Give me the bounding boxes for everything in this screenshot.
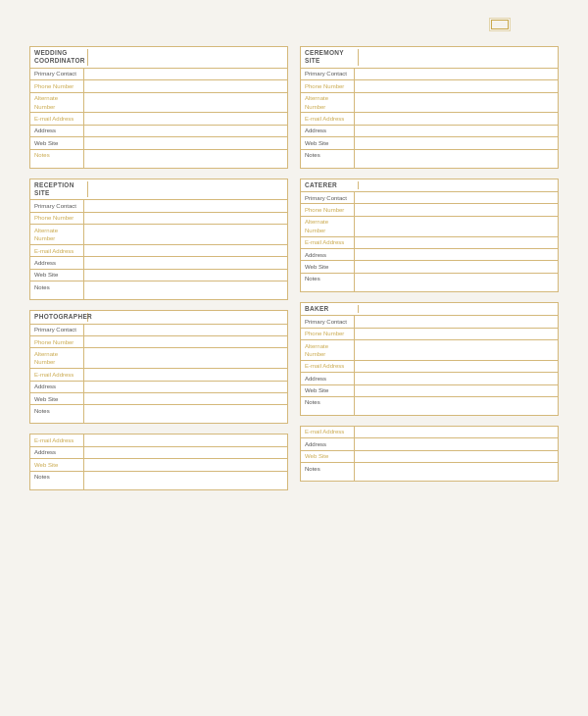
row-label: Notes [301,274,355,291]
row-label: E-mail Address [30,113,84,124]
table-row: Primary Contact [30,69,287,80]
row-value[interactable] [355,249,558,260]
table-row: Primary Contact [301,69,558,80]
row-value[interactable] [355,150,558,168]
row-value[interactable] [355,373,558,384]
row-label: Web Site [30,459,84,470]
row-value[interactable] [355,69,558,79]
row-value[interactable] [84,257,287,268]
row-label: Notes [301,463,355,481]
row-value[interactable] [84,472,287,489]
row-value[interactable] [355,340,558,360]
table-row: E-mail Address [30,435,287,446]
table-row: Phone Number [301,80,558,92]
section-title-value-baker [359,305,554,313]
row-label: Phone Number [301,204,355,215]
row-label: Notes [30,472,84,489]
row-label: E-mail Address [301,237,355,248]
row-value[interactable] [355,463,558,481]
row-value[interactable] [355,385,558,396]
section-title-baker: BAKER [305,305,359,313]
row-value[interactable] [84,270,287,281]
table-row: Address [301,249,558,261]
row-value[interactable] [355,80,558,91]
table-row: Address [30,382,287,393]
row-value[interactable] [355,316,558,327]
section-title-photographer: PHOTOGRAPHER [34,313,88,321]
row-value[interactable] [355,237,558,248]
section-header-caterer: CATERER [301,179,558,192]
table-row: E-mail Address [301,427,558,438]
table-row: E-mail Address [301,237,558,249]
row-value[interactable] [84,348,287,368]
table-row: Alternate Number [30,93,287,114]
row-value[interactable] [84,393,287,404]
right-column: CEREMONY SITEPrimary ContactPhone Number… [300,46,559,490]
row-label: Web Site [301,137,355,148]
table-row: Notes [30,150,287,168]
section-caterer: CATERERPrimary ContactPhone NumberAltern… [300,179,559,292]
row-value[interactable] [355,329,558,339]
row-label: E-mail Address [30,245,84,256]
row-value[interactable] [84,80,287,91]
row-value[interactable] [84,213,287,224]
row-value[interactable] [355,361,558,372]
row-value[interactable] [84,281,287,299]
row-label: Address [301,373,355,384]
row-label: Alternate Number [30,93,84,113]
section-title-caterer: CATERER [305,181,359,189]
section-extra-left: E-mail AddressAddressWeb SiteNotes [29,434,288,489]
row-value[interactable] [84,447,287,458]
row-value[interactable] [84,200,287,211]
section-reception-site: RECEPTION SITEPrimary ContactPhone Numbe… [29,179,288,301]
row-value[interactable] [84,93,287,113]
row-value[interactable] [355,192,558,203]
row-label: Phone Number [301,329,355,339]
row-value[interactable] [84,137,287,148]
row-label: Address [301,126,355,136]
row-value[interactable] [355,261,558,272]
row-label: Address [30,382,84,392]
row-value[interactable] [355,438,558,449]
row-value[interactable] [84,325,287,335]
row-value[interactable] [355,204,558,215]
row-label: Primary Contact [301,316,355,327]
row-label: Web Site [30,393,84,404]
table-row: Notes [30,472,287,489]
row-value[interactable] [355,217,558,236]
row-label: Primary Contact [30,69,84,79]
row-label: Phone Number [301,80,355,91]
row-value[interactable] [355,137,558,148]
row-value[interactable] [84,382,287,392]
row-value[interactable] [84,336,287,347]
row-value[interactable] [84,459,287,470]
row-value[interactable] [355,274,558,291]
row-label: Address [301,249,355,260]
row-value[interactable] [355,397,558,415]
row-label: Alternate Number [301,217,355,236]
row-value[interactable] [84,405,287,423]
row-value[interactable] [84,126,287,136]
row-value[interactable] [84,150,287,168]
row-value[interactable] [355,113,558,124]
row-value[interactable] [84,113,287,124]
row-value[interactable] [84,69,287,79]
table-row: Primary Contact [30,200,287,212]
table-row: Phone Number [30,80,287,92]
section-title-value-photographer [88,313,283,321]
row-value[interactable] [84,245,287,256]
row-value[interactable] [84,435,287,445]
row-label: E-mail Address [30,369,84,380]
row-label: Web Site [30,137,84,148]
row-value[interactable] [355,126,558,136]
table-row: Phone Number [30,336,287,348]
row-value[interactable] [355,93,558,113]
table-row: Web Site [30,270,287,281]
row-label: Address [30,257,84,268]
row-value[interactable] [84,369,287,380]
row-label: Web Site [30,270,84,281]
row-value[interactable] [84,225,287,244]
section-title-wedding-coordinator: WEDDING COORDINATOR [34,49,88,66]
row-value[interactable] [355,451,558,462]
row-value[interactable] [355,427,558,437]
